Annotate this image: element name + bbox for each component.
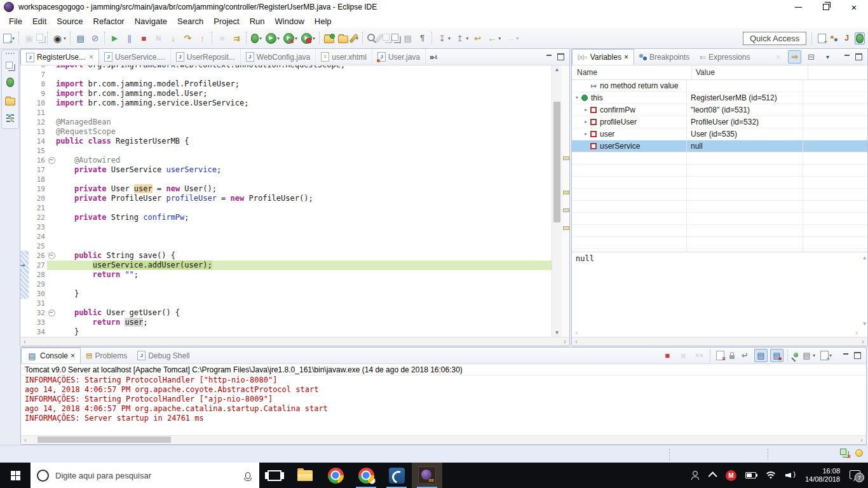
vertical-scroll-thumb[interactable] [553,102,560,222]
fold-margin[interactable] [47,165,56,175]
quick-access-field[interactable]: Quick Access [743,32,806,45]
gutter-annotation[interactable] [20,65,29,70]
fold-margin[interactable] [47,127,56,137]
line-number[interactable]: 20 [29,194,47,203]
open-console-view-icon[interactable]: ▤ [74,32,87,45]
people-tray-button[interactable] [687,463,706,488]
fold-margin[interactable] [47,203,56,213]
line-number[interactable]: 23 [29,222,47,232]
fold-margin[interactable] [47,213,56,222]
variable-row-no-method-return-value[interactable]: ↦no method return value [572,80,867,92]
code-line[interactable]: 22 private String confirmPw; [20,213,552,222]
code-line[interactable]: 30 } [20,289,552,299]
taskbar-task-view-button[interactable] [259,463,290,488]
variables-minimize-button[interactable] [844,54,850,60]
editor-maximize-button[interactable] [557,53,564,60]
ruler-mark[interactable] [563,208,569,212]
taskbar-chrome-button[interactable] [320,463,351,488]
code-line[interactable]: 31 [20,299,552,308]
line-number[interactable]: 6 [29,65,47,70]
variable-row-userService[interactable]: userServicenull [572,140,867,152]
last-edit-location-icon[interactable]: ↩ [471,32,484,45]
console-minimize-button[interactable] [843,353,849,358]
gutter-annotation[interactable] [20,222,29,232]
line-number[interactable]: 15 [29,146,47,156]
gutter-annotation[interactable]: → [20,261,29,270]
variable-row-confirmPw[interactable]: ▸confirmPw"leort08" (id=531) [572,104,867,116]
fold-margin[interactable] [47,175,56,184]
expand-icon[interactable]: ▸ [582,128,590,140]
gutter-annotation[interactable] [20,299,29,308]
drop-to-frame-icon[interactable]: ≡ [215,32,229,45]
step-into-icon[interactable]: ↓ [166,32,180,45]
word-wrap-icon[interactable]: ↵ [738,349,752,362]
battery-tray-button[interactable] [741,463,761,488]
taskbar-search-box[interactable]: Digite aqui para pesquisar [31,463,259,488]
code-line[interactable]: 14public class RegisterUserMB { [20,137,552,146]
line-number[interactable]: 28 [29,270,47,280]
editor-tab-webconfigjava[interactable]: JWebConfig.java [241,49,316,65]
line-number[interactable]: 25 [29,241,47,251]
fold-margin[interactable] [47,70,56,79]
rail-handle[interactable] [6,53,15,56]
fold-margin[interactable] [47,156,56,165]
variable-row-this[interactable]: ▾thisRegisterUserMB (id=512) [572,92,867,104]
fold-margin[interactable] [47,241,56,251]
scroll-lock-icon[interactable] [728,351,736,360]
open-search-icon[interactable] [366,34,375,43]
skip-all-breakpoints-icon[interactable]: ⊘ [88,32,102,45]
code-line[interactable]: 18 [20,175,552,184]
gutter-annotation[interactable] [20,308,29,318]
show-columns-icon[interactable]: × [771,50,785,64]
fold-margin[interactable] [47,232,56,241]
scroll-left-icon[interactable]: ‹ [572,337,581,346]
gutter-annotation[interactable] [20,318,29,327]
line-number[interactable]: 34 [29,327,47,337]
variable-detail-pane[interactable]: null ▲ ▼ ‹ › [572,252,867,337]
volume-tray-button[interactable] [781,463,800,488]
tab-overflow-button[interactable]: »4 [426,49,441,65]
scroll-right-icon[interactable]: › [560,337,569,346]
fold-margin[interactable] [47,318,56,327]
user-account-icon[interactable]: ◉▾ [51,32,67,45]
open-task-icon[interactable] [323,32,336,44]
column-header-name[interactable]: Name [572,65,692,79]
restore-window-button[interactable] [812,0,840,14]
editor-minimize-button[interactable] [546,54,552,60]
servers-view-icon[interactable] [5,113,15,123]
line-number[interactable]: 16 [29,156,47,165]
line-number[interactable]: 31 [29,299,47,308]
gutter-annotation[interactable] [20,118,29,127]
format-icon[interactable] [376,32,382,44]
line-number[interactable]: 33 [29,318,47,327]
tab-close-icon[interactable]: × [624,53,628,62]
line-number[interactable]: 32 [29,308,47,318]
variables-horizontal-scrollbar[interactable]: ‹ › [572,337,867,346]
remove-all-terminated-icon[interactable]: ×× [693,349,706,362]
disconnect-icon[interactable]: N [152,32,165,45]
fold-margin[interactable] [47,118,56,127]
scroll-left-icon[interactable]: ‹ [21,436,30,444]
expand-icon[interactable]: ▸ [582,104,590,116]
menu-search[interactable]: Search [172,15,208,27]
line-number[interactable]: 8 [29,79,47,89]
perspective-debug-icon[interactable] [855,32,865,44]
line-number[interactable]: 14 [29,137,47,146]
detail-scroll-down-icon[interactable]: ▼ [863,321,866,327]
menu-edit[interactable]: Edit [27,15,51,27]
gutter-annotation[interactable] [20,127,29,137]
fold-margin[interactable] [47,251,56,261]
microphone-icon[interactable] [245,472,250,479]
menu-file[interactable]: File [4,15,27,27]
code-line[interactable]: 9import br.com.jamming.model.User; [20,89,552,98]
scroll-up-icon[interactable]: ▲ [552,65,562,74]
show-on-stderr-icon[interactable]: ▤ [770,349,783,362]
clear-console-icon[interactable] [715,349,726,362]
forward-icon[interactable]: →▾ [503,32,520,45]
tab-debug-shell[interactable]: JDebug Shell [132,348,194,363]
menu-window[interactable]: Window [270,15,309,27]
line-number[interactable]: 10 [29,98,47,108]
coverage-icon[interactable]: ▶▾ [282,32,299,45]
editor-tab-registeruse[interactable]: JRegisterUse...× [20,49,99,65]
line-number[interactable]: 13 [29,127,47,137]
